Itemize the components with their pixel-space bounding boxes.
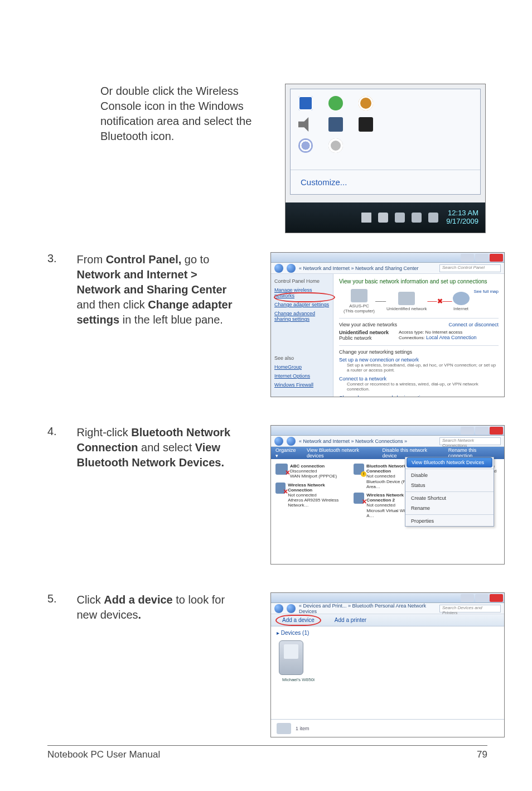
tb-view-bt[interactable]: View Bluetooth network devices [307, 447, 374, 459]
step5-text: Click Add a device to look for new devic… [76, 592, 238, 623]
side-firewall[interactable]: Windows Firewall [274, 382, 330, 388]
tray-power-icon [359, 96, 373, 110]
footer-title: Notebook PC User Manual [47, 749, 160, 760]
page-number: 79 [477, 749, 487, 760]
speaker-tray-icon[interactable] [428, 213, 438, 223]
customize-link[interactable]: Customize... [291, 170, 480, 194]
clock: 12:13 AM 9/17/2009 [446, 209, 478, 226]
back-icon[interactable] [274, 604, 283, 613]
side-internet-options[interactable]: Internet Options [274, 373, 330, 379]
chip-icon [277, 723, 291, 734]
tray-wireless-icon [328, 96, 343, 110]
menu-status[interactable]: Status [405, 480, 494, 490]
phone-icon [279, 640, 303, 675]
menu-rename[interactable]: Rename [405, 503, 494, 513]
bluetooth-icon[interactable] [395, 213, 405, 223]
active-networks-label: View your active networks [339, 322, 397, 327]
forward-icon[interactable] [287, 264, 296, 273]
menu-view-bt-devices[interactable]: View Bluetooth Network Devices [407, 457, 492, 467]
breadcrumb[interactable]: « Devices and Print... » Bluetooth Perso… [299, 603, 436, 614]
step-number: 3. [47, 252, 74, 265]
task-homegroup[interactable]: Choose homegroup and sharing options [339, 395, 428, 397]
side-home: Control Panel Home [274, 278, 330, 284]
breadcrumb[interactable]: « Network and Internet » Network and Sha… [299, 266, 436, 271]
network-tray-icon[interactable] [412, 213, 422, 223]
search-input[interactable]: Search Control Panel [439, 264, 501, 272]
main-heading: View your basic network information and … [339, 278, 499, 284]
tray-touchpad-icon [359, 117, 373, 132]
status-text: 1 item [296, 726, 309, 731]
tb-organize[interactable]: Organize ▾ [275, 447, 299, 459]
connect-disconnect[interactable]: Connect or disconnect [448, 322, 499, 327]
back-icon[interactable] [274, 437, 283, 446]
tray-info-icon [298, 96, 313, 110]
show-hidden-icon[interactable] [361, 213, 371, 223]
back-icon[interactable] [274, 264, 283, 273]
menu-disable[interactable]: Disable [405, 470, 494, 480]
side-advanced-sharing[interactable]: Change advanced sharing settings [274, 311, 330, 322]
task-new-connection[interactable]: Set up a new connection or network [339, 357, 419, 363]
screenshot-sharing-center: « Network and Internet » Network and Sha… [270, 252, 505, 397]
tray-display-icon [328, 117, 343, 132]
intro-text: Or double click the Wireless Console ico… [100, 84, 273, 144]
forward-icon[interactable] [287, 604, 296, 613]
tray-volume-icon [298, 117, 313, 132]
menu-properties[interactable]: Properties [405, 516, 494, 526]
task-connect-network[interactable]: Connect to a network [339, 376, 386, 382]
side-see-also: See also [274, 355, 330, 361]
step4-text: Right-click Bluetooth Network Connection… [76, 425, 238, 470]
step-number: 4. [47, 425, 74, 438]
search-input[interactable]: Search Network Connections [439, 437, 501, 445]
side-manage-wireless[interactable]: Manage wireless networks [274, 287, 330, 298]
forward-icon[interactable] [287, 437, 296, 446]
tray-disc-icon [298, 138, 313, 153]
side-homegroup[interactable]: HomeGroup [274, 364, 330, 370]
side-change-adapter[interactable]: Change adapter settings [274, 302, 330, 307]
breadcrumb[interactable]: « Network and Internet » Network Connect… [299, 438, 436, 444]
add-device-button[interactable]: Add a device [275, 615, 321, 626]
see-full-map[interactable]: See full map [474, 289, 499, 294]
conn-item[interactable]: Wireless Network ConnectionNot connected… [275, 483, 348, 508]
tray-settings-icon [328, 138, 343, 153]
conn-item[interactable]: ABC connectionDisconnectedWAN Miniport (… [275, 464, 348, 479]
step3-text: From Control Panel, go to Network and In… [76, 252, 238, 327]
search-input[interactable]: Search Devices and Printers [439, 605, 501, 612]
taskbar: 12:13 AM 9/17/2009 [286, 202, 485, 233]
devices-section[interactable]: ▸ Devices (1) [271, 626, 504, 637]
device-item[interactable]: Michael's W850i [279, 640, 318, 682]
change-settings-label: Change your networking settings [339, 349, 499, 355]
add-printer-button[interactable]: Add a printer [329, 616, 372, 625]
screenshot-devices-printers: « Devices and Print... » Bluetooth Perso… [270, 592, 505, 737]
screenshot-tray: Customize... 12:13 AM 9/17/2009 [285, 84, 486, 233]
screenshot-network-connections: « Network and Internet » Network Connect… [270, 425, 505, 565]
action-center-icon[interactable] [378, 213, 388, 223]
step-number: 5. [47, 592, 74, 605]
context-menu: View Bluetooth Network Devices Disable S… [405, 457, 494, 527]
menu-create-shortcut[interactable]: Create Shortcut [405, 493, 494, 503]
